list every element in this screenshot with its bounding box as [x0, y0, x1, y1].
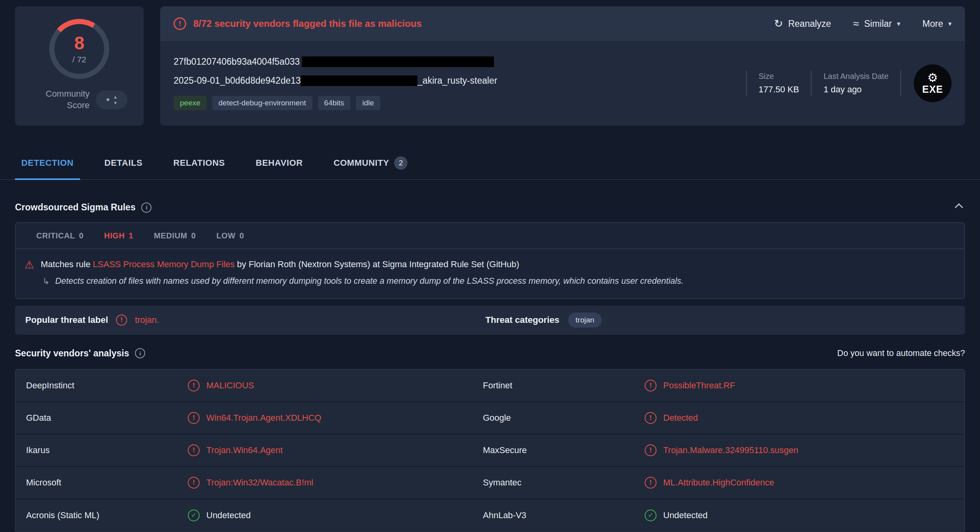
alert-circle-icon: ! — [116, 315, 127, 326]
status-icon: ! — [645, 412, 656, 424]
similar-button[interactable]: ≈ Similar ▾ — [853, 19, 900, 29]
tab-relations[interactable]: RELATIONS — [167, 146, 231, 180]
severity-critical-label: CRITICAL — [36, 231, 75, 240]
severity-low[interactable]: LOW 0 — [216, 231, 244, 240]
status-icon: ! — [188, 380, 200, 392]
more-label: More — [922, 19, 943, 29]
info-icon[interactable]: i — [141, 202, 151, 213]
automate-checks-link[interactable]: Do you want to automate checks? — [837, 348, 965, 358]
status-glyph: ! — [193, 446, 195, 454]
community-vote-widget[interactable]: ▴ ▾ — [96, 90, 127, 109]
result-text: Trojan:Win32/Wacatac.B!ml — [206, 478, 313, 488]
caret-down-icon: ▾ — [114, 100, 117, 106]
severity-low-count: 0 — [239, 231, 244, 240]
vendor-name: Google — [483, 413, 645, 423]
redacted-text — [302, 56, 494, 67]
vendor-name: Fortinet — [483, 380, 645, 391]
threat-categories-block: Threat categories trojan — [485, 313, 602, 328]
vendor-result: ! ML.Attribute.HighConfidence — [645, 477, 954, 489]
tab-details-label: DETAILS — [105, 158, 143, 168]
severity-low-label: LOW — [216, 231, 235, 240]
rule-description: Detects creation of files with names use… — [55, 276, 684, 287]
vendor-name: Symantec — [483, 478, 645, 488]
sigma-rules-panel: CRITICAL 0 HIGH 1 MEDIUM 0 LOW 0 ⚠ — [15, 222, 965, 299]
gear-icon: ⚙ — [928, 72, 938, 84]
result-text: Win64.Trojan.Agent.XDLHCQ — [206, 413, 321, 423]
vendor-result: ! PossibleThreat.RF — [645, 380, 954, 392]
result-text: Trojan.Win64.Agent — [206, 445, 283, 455]
file-name-line: 2025-09-01_b0d6d8de942de13 _akira_rusty-… — [174, 75, 734, 86]
severity-critical-count: 0 — [79, 231, 84, 240]
community-score-row: Community Score ▴ ▾ — [31, 88, 127, 111]
tag-64bits[interactable]: 64bits — [318, 96, 351, 110]
divider — [811, 70, 812, 96]
branch-arrow-icon: ↳ — [43, 276, 50, 287]
tab-details[interactable]: DETAILS — [98, 146, 149, 180]
tab-community[interactable]: COMMUNITY 2 — [327, 146, 414, 180]
detection-score-gauge-inner: 8 / 72 — [54, 24, 104, 74]
file-meta: Size 177.50 KB Last Analysis Date 1 day … — [734, 64, 952, 102]
result-text: ML.Attribute.HighConfidence — [663, 478, 774, 488]
severity-high[interactable]: HIGH 1 — [104, 231, 133, 240]
severity-filter-row: CRITICAL 0 HIGH 1 MEDIUM 0 LOW 0 — [16, 223, 964, 249]
status-glyph: ✓ — [191, 511, 196, 519]
reanalyze-icon: ↻ — [774, 19, 783, 29]
tab-behavior[interactable]: BEHAVIOR — [249, 146, 309, 180]
severity-medium[interactable]: MEDIUM 0 — [154, 231, 196, 240]
alert-row: ! 8/72 security vendors flagged this fil… — [174, 17, 422, 30]
tag-detect-debug-environment[interactable]: detect-debug-environment — [212, 96, 312, 110]
last-analysis-value: 1 day ago — [823, 84, 888, 95]
rule-link[interactable]: LSASS Process Memory Dump Files — [93, 259, 234, 269]
detection-score-gauge: 8 / 72 — [49, 19, 109, 79]
result-text: MALICIOUS — [206, 380, 254, 391]
severity-medium-label: MEDIUM — [154, 231, 187, 240]
status-glyph: ! — [649, 414, 652, 422]
result-text: Trojan.Malware.324995110.susgen — [663, 445, 798, 455]
file-type-label: EXE — [922, 84, 943, 95]
threat-category-pill[interactable]: trojan — [568, 313, 602, 328]
file-summary-card: ! 8/72 security vendors flagged this fil… — [160, 6, 965, 126]
vendor-name: Acronis (Static ML) — [26, 510, 188, 521]
top-row: 8 / 72 Community Score ▴ ▾ ! 8 — [0, 0, 980, 126]
reanalyze-button[interactable]: ↻ Reanalyze — [774, 19, 831, 29]
divider — [746, 70, 747, 96]
file-hash-line: 27fb01207406b93a4004f5a033 — [174, 56, 734, 67]
tab-relations-label: RELATIONS — [173, 158, 225, 168]
status-icon: ! — [645, 477, 656, 489]
file-details: 27fb01207406b93a4004f5a033 2025-09-01_b0… — [160, 41, 965, 126]
alert-text: 8/72 security vendors flagged this file … — [193, 18, 422, 29]
more-button[interactable]: More ▾ — [922, 19, 952, 29]
rule-description-line: ↳ Detects creation of files with names u… — [24, 276, 952, 287]
severity-critical[interactable]: CRITICAL 0 — [36, 231, 84, 240]
divider — [900, 70, 901, 96]
file-name-suffix: _akira_rusty-stealer — [417, 75, 497, 86]
tag-peexe[interactable]: peexe — [174, 96, 207, 110]
detection-alert-bar: ! 8/72 security vendors flagged this fil… — [160, 6, 965, 41]
caret-up-icon: ▴ — [114, 94, 117, 100]
tag-idle[interactable]: idle — [356, 96, 380, 110]
table-row: GData ! Win64.Trojan.Agent.XDLHCQ Google… — [16, 402, 964, 435]
rule-match-text: Matches rule LSASS Process Memory Dump F… — [41, 259, 519, 270]
collapse-chevron-icon[interactable] — [955, 203, 963, 212]
vendor-result: ! Detected — [645, 412, 954, 424]
size-label: Size — [759, 72, 799, 81]
file-tags: peexe detect-debug-environment 64bits id… — [174, 96, 734, 110]
result-text: Detected — [663, 413, 698, 423]
tab-community-label: COMMUNITY — [333, 158, 389, 168]
info-icon[interactable]: i — [135, 348, 145, 358]
tab-detection[interactable]: DETECTION — [15, 146, 80, 180]
popular-threat-label-title: Popular threat label — [25, 315, 108, 325]
status-icon: ✓ — [645, 510, 656, 521]
severity-high-count: 1 — [129, 231, 133, 240]
status-glyph: ✓ — [648, 511, 653, 519]
vendor-result: ! MALICIOUS — [188, 380, 483, 392]
vendor-result: ✓ Undetected — [645, 510, 954, 521]
community-count-badge: 2 — [394, 156, 408, 170]
result-text: Undetected — [663, 510, 708, 521]
tab-behavior-label: BEHAVIOR — [256, 158, 303, 168]
status-glyph: ! — [193, 414, 195, 422]
table-row: DeepInstinct ! MALICIOUS Fortinet ! Poss… — [16, 370, 964, 402]
status-icon: ! — [645, 444, 656, 456]
rule-match-line: ⚠ Matches rule LSASS Process Memory Dump… — [24, 259, 952, 271]
popular-threat-label-value: trojan. — [135, 315, 159, 325]
